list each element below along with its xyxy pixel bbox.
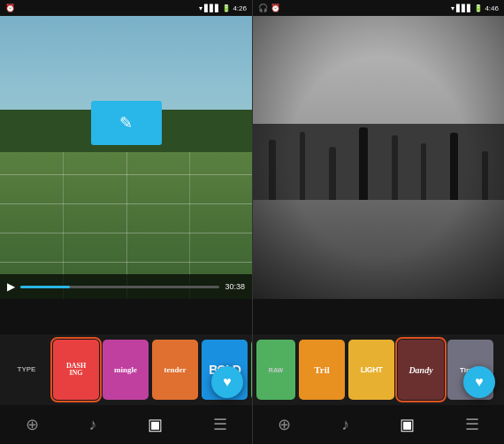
fab-button-right[interactable]: ♥ <box>463 366 495 398</box>
filter-dandy[interactable]: Dandy <box>398 340 444 400</box>
text-box-overlay[interactable]: ✎ <box>91 101 162 145</box>
palm-6 <box>421 143 426 203</box>
filter-dashing[interactable]: DASHING <box>53 340 99 400</box>
filter-type-label: TYPE <box>18 366 36 374</box>
left-phone-panel: ⏰ ▾ ▋▋▋ 🔋 4:26 <box>0 0 252 444</box>
palm-7 <box>450 133 458 203</box>
add-video-icon-right[interactable]: ⊕ <box>278 415 291 434</box>
palm-4 <box>359 127 368 203</box>
bottom-toolbar-right: ⊕ ♪ ▣ ☰ <box>253 405 504 444</box>
filter-type[interactable]: TYPE <box>4 340 50 400</box>
alarm-icon: ⏰ <box>5 4 15 12</box>
dark-strip-right <box>253 299 504 334</box>
wifi-icon-right: ▾ <box>451 4 454 12</box>
progress-bar[interactable] <box>20 286 219 288</box>
time-duration: 30:38 <box>225 282 245 291</box>
palm-8 <box>482 151 488 203</box>
battery-icon-right: 🔋 <box>474 4 483 12</box>
water-bg-right <box>253 200 504 299</box>
filter-bar-left: TYPE DASHING mingle tender BOLD RAW <box>0 334 252 405</box>
filter-dashing-label: DASHING <box>66 363 86 377</box>
status-right-info-right: ▾ ▋▋▋ 🔋 4:46 <box>451 4 499 12</box>
text-options-icon-right[interactable]: ☰ <box>465 415 479 434</box>
headphones-icon: 🎧 <box>258 4 268 12</box>
video-area-left[interactable]: ✎ ▶ 30:38 <box>0 16 252 299</box>
video-controls-left[interactable]: ▶ 30:38 <box>0 274 252 299</box>
fab-button-left[interactable]: ♥ <box>211 366 243 398</box>
filter-mingle-label: mingle <box>114 365 137 374</box>
filter-raw2[interactable]: RAW <box>256 340 295 400</box>
filter-raw2-label: RAW <box>269 367 283 373</box>
video-thumbnail-right <box>253 16 504 299</box>
filter-dandy-label: Dandy <box>409 365 432 375</box>
dark-strip-left <box>0 299 252 334</box>
battery-icon: 🔋 <box>222 4 231 12</box>
palm-silhouettes <box>253 124 504 203</box>
time-display-left: 4:26 <box>233 4 247 12</box>
palm-3 <box>329 147 336 203</box>
text-options-icon[interactable]: ☰ <box>213 415 227 434</box>
status-left-icons: ⏰ <box>5 4 15 12</box>
signal-icon-right: ▋▋▋ <box>456 4 472 12</box>
film-icon-right[interactable]: ▣ <box>400 415 415 434</box>
status-bar-left: ⏰ ▾ ▋▋▋ 🔋 4:26 <box>0 0 252 16</box>
film-icon[interactable]: ▣ <box>148 415 163 434</box>
palm-2 <box>300 132 305 203</box>
video-area-right[interactable] <box>253 16 504 299</box>
alarm-icon-right: ⏰ <box>271 4 280 12</box>
progress-fill <box>20 286 70 288</box>
filter-tril[interactable]: Tril <box>299 340 345 400</box>
add-video-icon[interactable]: ⊕ <box>26 415 39 434</box>
filter-mingle[interactable]: mingle <box>103 340 149 400</box>
signal-icon: ▋▋▋ <box>204 4 220 12</box>
filter-bar-right: RAW Tril LIGHT Dandy Tinted TYPE <box>253 334 504 405</box>
play-button[interactable]: ▶ <box>7 280 15 293</box>
time-display-right: 4:46 <box>485 4 499 12</box>
heart-icon-right: ♥ <box>475 374 484 390</box>
palm-5 <box>392 135 398 203</box>
bottom-toolbar-left: ⊕ ♪ ▣ ☰ <box>0 405 252 444</box>
heart-icon-left: ♥ <box>223 374 232 390</box>
palm-area-right <box>253 124 504 203</box>
filter-tril-label: Tril <box>314 364 330 375</box>
status-bar-right: 🎧 ⏰ ▾ ▋▋▋ 🔋 4:46 <box>253 0 504 16</box>
pencil-icon: ✎ <box>119 113 133 133</box>
music-icon-right[interactable]: ♪ <box>341 416 349 434</box>
video-thumbnail-left: ✎ <box>0 16 252 299</box>
filter-tender-label: tender <box>164 365 187 374</box>
palm-1 <box>269 140 276 203</box>
filter-light-label: LIGHT <box>361 365 383 374</box>
filter-light[interactable]: LIGHT <box>348 340 394 400</box>
music-icon[interactable]: ♪ <box>89 416 97 434</box>
filter-type2[interactable]: TYPE <box>497 340 504 400</box>
wifi-icon: ▾ <box>199 4 202 12</box>
filter-tender[interactable]: tender <box>152 340 198 400</box>
status-right-info: ▾ ▋▋▋ 🔋 4:26 <box>199 4 247 12</box>
status-left-icons-right: 🎧 ⏰ <box>258 4 280 12</box>
right-phone-panel: 🎧 ⏰ ▾ ▋▋▋ 🔋 4:46 <box>252 0 504 444</box>
